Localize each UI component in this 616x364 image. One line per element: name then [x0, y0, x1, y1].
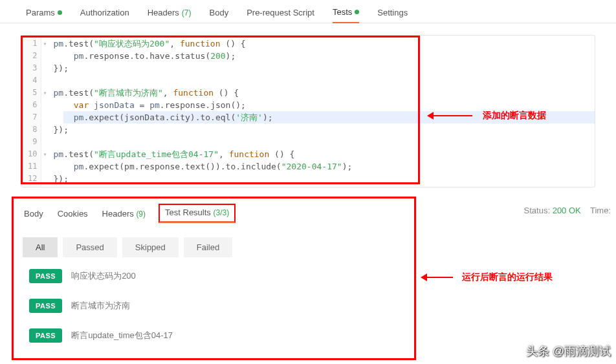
resp-tab-tr-label: Test Results [165, 208, 211, 217]
annotation-arrow-2: 运行后断言的运行结果 [421, 272, 553, 283]
tab-tests-label: Tests [333, 7, 352, 17]
resp-tab-headers-count: (9) [136, 209, 146, 219]
result-row: PASS 响应状态码为200 [29, 269, 414, 283]
result-text: 断言update_time包含04-17 [71, 330, 173, 341]
resp-tab-headers[interactable]: Headers (9) [101, 205, 147, 222]
tab-params[interactable]: Params [26, 3, 62, 23]
resp-tab-cookies[interactable]: Cookies [56, 205, 89, 222]
pass-badge: PASS [29, 328, 62, 343]
tab-headers-count: (7) [182, 8, 192, 17]
dot-icon [355, 10, 359, 14]
tab-prerequest[interactable]: Pre-request Script [247, 3, 314, 23]
results-filter: All Passed Skipped Failed [23, 237, 414, 257]
filter-failed[interactable]: Failed [184, 237, 232, 257]
watermark: 头条 @雨滴测试 [526, 343, 611, 359]
filter-all[interactable]: All [23, 237, 58, 257]
filter-passed[interactable]: Passed [63, 237, 116, 257]
pass-badge: PASS [29, 269, 62, 283]
dot-icon [58, 10, 62, 15]
annotation-text-2: 运行后断言的运行结果 [462, 272, 553, 283]
tab-params-label: Params [26, 8, 55, 17]
pass-badge: PASS [29, 299, 62, 313]
result-text: 响应状态码为200 [71, 270, 136, 282]
result-row: PASS 断言城市为济南 [29, 299, 414, 313]
request-tabs: Params Authorization Headers (7) Body Pr… [0, 0, 616, 23]
tab-settings[interactable]: Settings [377, 3, 408, 23]
response-status: Status: 200 OK Time: [524, 206, 611, 215]
fold-gutter: ▾ ▾ ▾ [41, 36, 48, 187]
tab-authorization[interactable]: Authorization [80, 3, 129, 23]
line-gutter: 1 2 3 4 5 6 7 8 9 10 11 12 [21, 36, 41, 187]
tab-headers[interactable]: Headers (7) [148, 3, 192, 23]
response-tabs: Body Cookies Headers (9) Test Results (3… [23, 204, 414, 227]
tab-body[interactable]: Body [210, 3, 229, 23]
resp-tab-headers-label: Headers [102, 209, 134, 219]
resp-tab-test-results[interactable]: Test Results (3/3) [159, 204, 236, 223]
tab-headers-label: Headers [148, 8, 179, 17]
annotation-arrow-1: 添加的断言数据 [427, 110, 546, 122]
result-row: PASS 断言update_time包含04-17 [29, 328, 414, 343]
resp-tab-tr-count: (3/3) [213, 208, 229, 217]
code-body[interactable]: pm.test("响应状态码为200", function () { pm.re… [48, 36, 357, 187]
result-text: 断言城市为济南 [71, 300, 130, 312]
filter-skipped[interactable]: Skipped [122, 237, 179, 257]
response-panel: Body Cookies Headers (9) Test Results (3… [12, 197, 416, 360]
annotation-text-1: 添加的断言数据 [483, 110, 546, 122]
tab-tests[interactable]: Tests [333, 2, 359, 23]
resp-tab-body[interactable]: Body [23, 205, 45, 222]
